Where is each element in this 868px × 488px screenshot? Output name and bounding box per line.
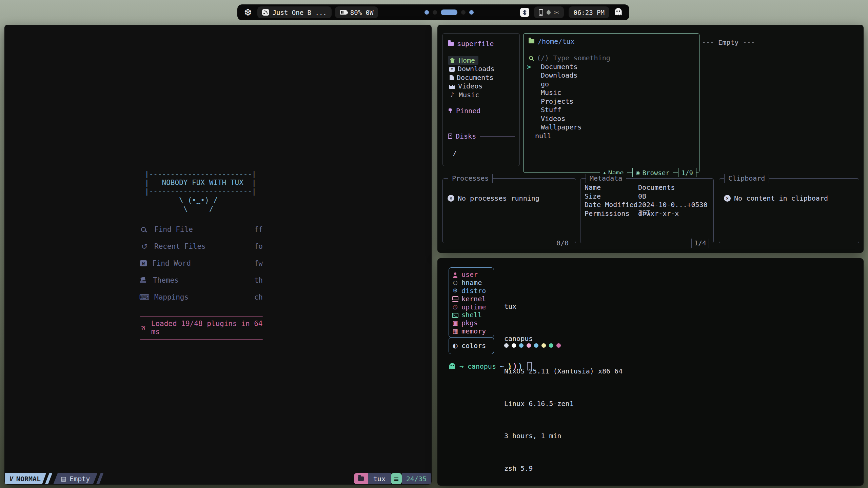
sidebar-item-icon	[449, 67, 455, 72]
cwd-label: tux	[368, 473, 391, 484]
document-icon: ▤	[61, 475, 66, 482]
fastfetch-values: tux canopus NixOS 25.11 (Xantusia) x86_6…	[504, 270, 643, 488]
dashboard-menu-item[interactable]: Themes th	[140, 272, 263, 289]
processes-panel: Processes × No processes running 0/0	[442, 178, 576, 243]
menu-item-icon	[140, 227, 149, 232]
workspace-dot[interactable]	[425, 10, 429, 15]
fetch-value: tux	[504, 303, 643, 311]
file-row[interactable]: > Stuff	[527, 106, 694, 115]
file-row[interactable]: > Music	[527, 88, 694, 97]
top-bar: ❆ Just One B ... 80% 0W ✂ 06:23 PM	[237, 4, 629, 20]
sidebar-item[interactable]: Documents	[448, 73, 497, 82]
metadata-value: drwxr-xr-x	[638, 209, 679, 218]
clock-label: 06:23 PM	[573, 9, 605, 16]
media-title: Just One B ...	[273, 9, 327, 16]
terminal-window: user hname distro kernel uptime	[437, 258, 864, 486]
disk-root-entry[interactable]: /	[453, 149, 457, 157]
terminal-cursor	[527, 362, 532, 370]
clipboard-title: Clipboard	[724, 174, 769, 183]
file-row[interactable]: > Projects	[527, 97, 694, 106]
bluetooth-icon[interactable]	[520, 8, 529, 17]
cross-circle-icon: ×	[724, 195, 731, 202]
nixos-logo-icon[interactable]: ❆	[244, 8, 252, 17]
workspace-dot[interactable]	[461, 10, 466, 15]
file-row[interactable]: > Videos	[527, 114, 694, 123]
file-row[interactable]: > Downloads	[527, 71, 694, 80]
file-segment: ▤ Empty	[53, 473, 97, 484]
file-name: Downloads	[541, 71, 577, 79]
menu-item-shortcut: ch	[254, 293, 263, 301]
file-row[interactable]: > Documents	[527, 62, 694, 71]
palette-dot	[512, 343, 516, 348]
file-row[interactable]: > null	[527, 131, 694, 140]
speaker-icon	[262, 9, 269, 16]
folder-icon	[529, 39, 534, 43]
selection-chevron-icon: >	[527, 63, 532, 71]
preview-empty-label: --- Empty ---	[702, 38, 755, 46]
disk-icon	[448, 134, 452, 139]
search-icon	[529, 56, 533, 60]
file-type-icon	[532, 116, 538, 121]
sidebar-item-label: Documents	[457, 74, 493, 82]
workspace-dot[interactable]	[433, 10, 437, 15]
sidebar-item[interactable]: Videos	[448, 82, 486, 91]
sidebar-item[interactable]: Music	[448, 90, 482, 99]
prompt-hostname: canopus	[468, 362, 496, 370]
fetch-row: distro	[449, 287, 494, 295]
fetch-value: zsh 5.9	[504, 465, 643, 473]
fetch-row: kernel	[449, 295, 494, 303]
sidebar-item-icon	[449, 92, 456, 98]
ghost-icon[interactable]	[614, 7, 623, 17]
fetch-icon	[449, 320, 461, 326]
search-input[interactable]: (/) Type something	[527, 54, 694, 62]
phone-icon[interactable]	[539, 9, 543, 16]
fetch-row: user	[449, 270, 494, 279]
palette-dot	[519, 343, 524, 348]
dashboard-menu-item[interactable]: Find Word fw	[140, 255, 263, 272]
media-widget[interactable]: Just One B ...	[257, 6, 332, 18]
view-mode-toggle[interactable]: ◉ Browser	[632, 168, 673, 177]
file-panel-path: /home/tux	[524, 34, 699, 49]
workspace-dot[interactable]	[441, 9, 457, 15]
sidebar-item-label: Videos	[458, 82, 482, 90]
scissors-icon[interactable]: ✂	[554, 9, 559, 16]
disks-section-header: Disks	[448, 132, 515, 140]
sidebar-item[interactable]: Downloads	[448, 65, 498, 74]
sidebar-item-icon	[449, 85, 455, 89]
menu-item-icon	[140, 242, 149, 251]
fetch-label: uptime	[461, 303, 486, 311]
fetch-value: Linux 6.16.5-zen1	[504, 400, 643, 408]
metadata-key: Size	[585, 192, 638, 201]
file-row[interactable]: > go	[527, 80, 694, 88]
flame-icon[interactable]	[546, 9, 551, 15]
eye-icon: ◉	[636, 170, 640, 176]
shell-prompt[interactable]: → canopus ~ )))	[449, 362, 532, 370]
file-type-icon	[532, 99, 538, 103]
fetch-label: shell	[461, 311, 482, 319]
file-row[interactable]: > Wallpapers	[527, 123, 694, 132]
fetch-row: memory	[449, 327, 494, 335]
metadata-row: Name Documents	[585, 183, 709, 192]
dashboard-menu-item[interactable]: Find File ff	[140, 221, 263, 238]
fetch-icon	[449, 288, 461, 293]
sidebar-item[interactable]: Home	[448, 56, 478, 65]
battery-widget[interactable]: 80% 0W	[335, 6, 378, 18]
processes-empty-text: No processes running	[458, 194, 539, 202]
metadata-table: Name Documents Size 0B Date Modified 202…	[580, 179, 713, 218]
tray-widget: ✂	[534, 6, 564, 18]
dashboard-menu-item[interactable]: Mappings ch	[140, 289, 263, 306]
workspace-dot[interactable]	[469, 10, 474, 15]
file-name: Documents	[541, 63, 577, 71]
metadata-panel: Metadata Name Documents Size 0B Date Mod…	[580, 178, 714, 243]
fetch-label: distro	[461, 287, 486, 295]
sidebar-item-label: Music	[459, 91, 479, 99]
sidebar-item-icon	[450, 75, 454, 80]
fetch-icon	[449, 271, 461, 278]
prompt-chevron: )	[518, 362, 522, 370]
fetch-icon	[449, 296, 461, 302]
file-type-icon	[532, 125, 538, 129]
folder-segment-icon	[354, 473, 368, 484]
divider	[140, 316, 263, 317]
plugins-loaded-text: Loaded 19/48 plugins in 64 ms	[151, 320, 263, 336]
dashboard-menu-item[interactable]: Recent Files fo	[140, 238, 263, 255]
